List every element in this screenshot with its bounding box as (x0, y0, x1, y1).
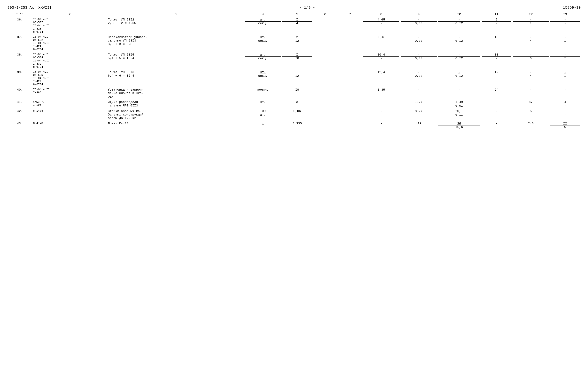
row-col6 (313, 70, 337, 87)
row-code: I5-04 ч.I06-534I5-04 ч.III-4328-6734 (32, 52, 107, 70)
row-col8: I2,4 - (363, 70, 400, 87)
row-col8: I,35 (363, 87, 400, 99)
row-col12: - 4 (512, 70, 549, 87)
row-unit: шт. секц. (244, 70, 282, 87)
row-col9: - 0,33 (400, 17, 437, 35)
row-col10: - (437, 87, 481, 99)
row-code: I5-04 ч.I06-535I5-04 ч.III-4248-6734 (32, 70, 107, 87)
row-col13: - - (549, 17, 581, 35)
row-num: 40. (7, 87, 32, 99)
row-col13: - I (549, 35, 581, 52)
row-col12: I40 (512, 121, 549, 130)
row-col7 (337, 121, 363, 130)
row-col11: I0 - (481, 52, 512, 70)
col-header-13: I3 (549, 12, 581, 17)
row-col10: - 0,I2 (437, 52, 481, 70)
row-col7 (337, 17, 363, 35)
row-col6 (313, 52, 337, 70)
col-header-8: 8 (363, 12, 400, 17)
table-row: 40.I5-04 ч.III-485Установка и закреп-лен… (7, 87, 581, 99)
row-col11: 24 (481, 87, 512, 99)
row-col5: 0,06 (282, 108, 313, 121)
row-col10: I,49 0,0I (437, 99, 481, 108)
row-col5: I8 (282, 87, 313, 99)
row-col9: - 0,33 (400, 35, 437, 52)
row-col10: 36 I5,6 (437, 121, 481, 130)
header-right: 15859-30 (563, 5, 581, 10)
col-header-10: IO (437, 12, 481, 17)
table-row: 4I.СКЩ3-77I-I96Ящики распредели-тельные … (7, 99, 581, 108)
row-unit: шт. (244, 99, 282, 108)
row-col12: - 4 (512, 35, 549, 52)
row-col6 (313, 87, 337, 99)
table-row: 36.I5-04 ч.I06-53II5-04 ч.III-4208-6734Т… (7, 17, 581, 35)
row-col5: 0,335 (282, 121, 313, 130)
col-header-2: 2 (32, 12, 107, 17)
row-col5: I I2 (282, 70, 313, 87)
row-unit: шт. секц. (244, 17, 282, 35)
row-col12: - I (512, 17, 549, 35)
row-col13: - I (549, 70, 581, 87)
row-name: Стойки сборных ка-бельных конструкцийвес… (107, 108, 244, 121)
row-num: 39. (7, 70, 32, 87)
row-num: 36. (7, 17, 32, 35)
row-col7 (337, 35, 363, 52)
table-row: 39.I5-04 ч.I06-535I5-04 ч.III-4248-6734Т… (7, 70, 581, 87)
row-unit: шт. секц. (244, 35, 282, 52)
row-code: I5-04 ч.III-485 (32, 87, 107, 99)
row-num: 42. (7, 108, 32, 121)
table-row: 37.I5-04 ч.I06-532I5-04 ч.III-42I8-6734П… (7, 35, 581, 52)
main-table: I 1: 2 3 4 5 6 7 8 9 IO II I2 I3 36.I5-0… (7, 12, 581, 130)
col-header-9: 9 (400, 12, 437, 17)
row-name: То же, УП 53I66,4 + 6 = I2,4 (107, 70, 244, 87)
row-col13: - (549, 87, 581, 99)
row-col8: - (363, 99, 400, 108)
row-unit: т (244, 121, 282, 130)
row-col6 (313, 99, 337, 108)
row-code: 8-4I78 (32, 121, 107, 130)
row-code: I5-04 ч.I06-532I5-04 ч.III-42I8-6734 (32, 35, 107, 52)
row-col10: 20,I 0,II (437, 108, 481, 121)
header-center: - 1/9 - (300, 5, 315, 10)
row-col13: I2 5 (549, 121, 581, 130)
header-row: 903-I-I53 Ак. XXVIII - 1/9 - 15859-30 (7, 5, 581, 10)
row-col5: 2 I2 (282, 35, 313, 52)
row-name: Переключатели универ-сальные УП 53I33,6 … (107, 35, 244, 52)
row-col6 (313, 35, 337, 52)
row-col11: - (481, 99, 512, 108)
row-col8: - (363, 121, 400, 130)
row-col5: I I0 (282, 52, 313, 70)
row-col10: - 0,I2 (437, 17, 481, 35)
row-col12: 47 (512, 99, 549, 108)
row-name: Лотки К-420 (107, 121, 244, 130)
row-col12: - 3 (512, 52, 549, 70)
row-col9: - 0,33 (400, 70, 437, 87)
row-col8: - (363, 108, 400, 121)
row-col9: - 0,33 (400, 52, 437, 70)
row-col7 (337, 52, 363, 70)
col-header-3: 3 (107, 12, 244, 17)
col-header-12: I2 (512, 12, 549, 17)
table-row: 43.8-4I78Лотки К-420т0,335-4I9 36 I5,6 -… (7, 121, 581, 130)
row-col13: 4 - (549, 99, 581, 108)
row-name: То же, УП 53I22,65 + 2 = 4,65 (107, 17, 244, 35)
row-col11: - (481, 121, 512, 130)
row-col9: 4I9 (400, 121, 437, 130)
col-header-1: I 1: (7, 12, 32, 17)
row-name: Ящики распредели-тельные ЯРВ 6II3 (107, 99, 244, 108)
row-num: 38. (7, 52, 32, 70)
row-col9: I5,7 (400, 99, 437, 108)
row-col7 (337, 87, 363, 99)
row-col11: - (481, 108, 512, 121)
row-col8: I0,4 - (363, 52, 400, 70)
row-col13: I - (549, 108, 581, 121)
header-left: 903-I-I53 Ак. XXVIII (7, 5, 52, 10)
col-header-4: 4 (244, 12, 282, 17)
row-num: 4I. (7, 99, 32, 108)
row-col8: 4,65 - (363, 17, 400, 35)
row-unit: шт. секц. (244, 52, 282, 70)
row-col12: - (512, 87, 549, 99)
table-row: 38.I5-04 ч.I06-534I5-04 ч.III-4328-6734Т… (7, 52, 581, 70)
row-col10: - 0,I2 (437, 35, 481, 52)
row-col6 (313, 121, 337, 130)
